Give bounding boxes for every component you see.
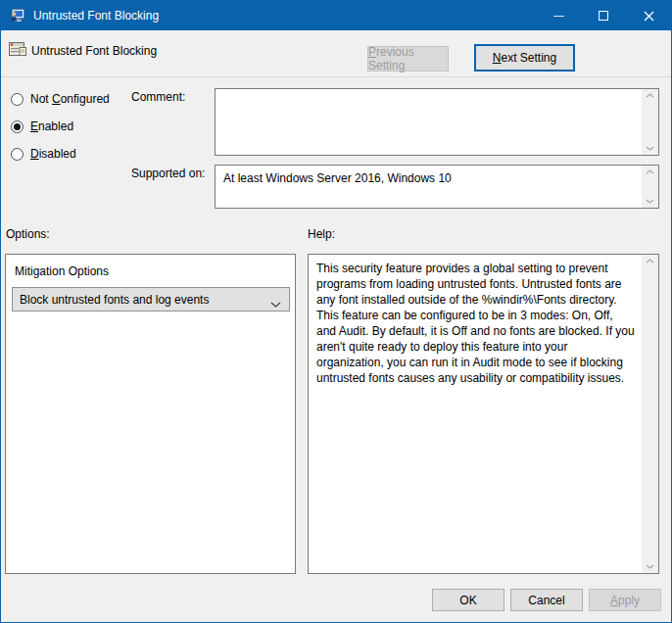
- radio-circle-disabled[interactable]: [11, 148, 24, 161]
- chevron-down-icon: [270, 297, 281, 311]
- cancel-button[interactable]: Cancel: [510, 589, 583, 611]
- scroll-down-icon[interactable]: [646, 199, 654, 204]
- mitigation-options-label: Mitigation Options: [15, 264, 109, 278]
- next-setting-button[interactable]: Next Setting: [474, 44, 575, 72]
- scroll-up-icon[interactable]: [646, 93, 654, 98]
- supported-on-label: Supported on:: [131, 167, 205, 180]
- comment-textarea[interactable]: [215, 88, 659, 156]
- setting-title: Untrusted Font Blocking: [31, 44, 157, 58]
- ok-button[interactable]: OK: [432, 589, 504, 611]
- supported-on-box[interactable]: At least Windows Server 2016, Windows 10: [215, 165, 659, 209]
- radio-label-enabled: Enabled: [30, 120, 73, 133]
- mitigation-dropdown-value: Block untrusted fonts and log events: [20, 293, 209, 307]
- next-setting-label: Next Setting: [493, 51, 556, 65]
- help-panel: This security feature provides a global …: [308, 254, 659, 574]
- supported-on-scrollbar[interactable]: [642, 166, 658, 208]
- supported-on-value: At least Windows Server 2016, Windows 10: [223, 171, 635, 185]
- window-titlebar: Untrusted Font Blocking: [1, 1, 671, 30]
- group-policy-app-icon: [10, 8, 25, 24]
- radio-enabled[interactable]: Enabled: [11, 119, 73, 134]
- radio-label-disabled: Disabled: [30, 147, 76, 161]
- scroll-down-icon[interactable]: [646, 146, 654, 151]
- radio-circle-not-configured[interactable]: [11, 93, 24, 106]
- options-panel: Mitigation Options Block untrusted fonts…: [5, 254, 296, 574]
- apply-label: Apply: [610, 594, 640, 607]
- radio-not-configured[interactable]: Not Configured: [11, 91, 110, 107]
- previous-setting-button[interactable]: Previous Setting: [367, 46, 449, 72]
- radio-label-not-configured: Not Configured: [30, 92, 110, 106]
- comment-scrollbar[interactable]: [642, 89, 658, 155]
- radio-circle-enabled[interactable]: [11, 120, 24, 133]
- apply-button[interactable]: Apply: [589, 589, 661, 611]
- options-label: Options:: [6, 227, 50, 241]
- scroll-up-icon[interactable]: [646, 259, 654, 264]
- scroll-up-icon[interactable]: [646, 169, 654, 174]
- policy-setting-dialog: Untrusted Font Blocking Untrusted Font B…: [0, 0, 672, 623]
- ok-label: OK: [459, 594, 476, 607]
- cancel-label: Cancel: [528, 594, 564, 607]
- help-label: Help:: [308, 227, 335, 241]
- previous-setting-label: Previous Setting: [368, 45, 448, 72]
- radio-disabled[interactable]: Disabled: [11, 146, 76, 162]
- policy-setting-icon: [9, 41, 26, 57]
- close-button[interactable]: [626, 1, 671, 30]
- comment-label: Comment:: [131, 90, 185, 104]
- header-divider: [1, 76, 671, 77]
- help-text: This security feature provides a global …: [309, 255, 642, 573]
- window-title: Untrusted Font Blocking: [33, 9, 159, 23]
- minimize-button[interactable]: [536, 1, 581, 30]
- scroll-down-icon[interactable]: [646, 564, 654, 569]
- help-scrollbar[interactable]: [642, 255, 658, 573]
- maximize-button[interactable]: [581, 1, 626, 30]
- mitigation-options-dropdown[interactable]: Block untrusted fonts and log events: [12, 287, 290, 312]
- maximize-icon: [599, 11, 608, 21]
- minimize-icon: [553, 16, 564, 17]
- close-icon: [644, 11, 654, 22]
